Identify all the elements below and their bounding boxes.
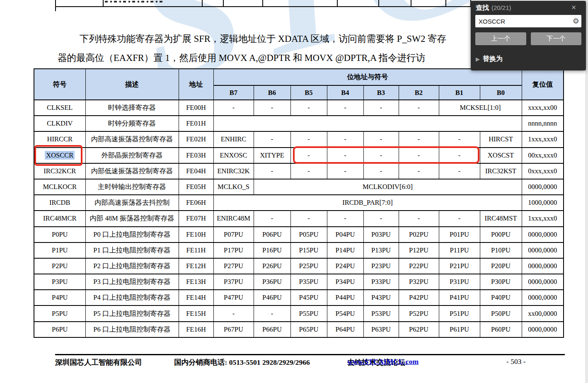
bit-cell: XITYPE	[254, 148, 290, 163]
table-row-p1pu: P1PUP1 口上拉电阻控制寄存器FE11HP17PUP16PUP15PUP14…	[34, 242, 564, 258]
table-row-p5pu: P5PUP5 口上拉电阻控制寄存器FE15H--P55PUP54PUP53PUP…	[34, 305, 564, 321]
bit-cell: -	[439, 211, 480, 226]
bit-cell: P41PU	[439, 290, 480, 305]
bit-cell: -	[399, 163, 439, 179]
bit-cell: -	[327, 100, 363, 116]
address-cell: FE14H	[179, 290, 213, 305]
bit-cell: P34PU	[327, 274, 363, 290]
bit-cell: P22PU	[399, 258, 439, 274]
find-input-wrap: ⚙	[475, 15, 581, 27]
bit-cell: P24PU	[327, 258, 363, 274]
bit-cell: P03PU	[363, 227, 399, 242]
header-symbol: 符号	[34, 69, 85, 100]
bit-cell: -	[290, 163, 327, 179]
gear-icon[interactable]: ⚙	[573, 16, 579, 26]
bit-cell: P65PU	[290, 322, 327, 337]
expand-triangle-icon[interactable]: ▶	[476, 56, 480, 62]
find-input[interactable]	[475, 15, 581, 27]
reset-cell: 0000,0000	[522, 290, 564, 305]
bit-cell: P07PU	[213, 227, 254, 242]
bit-cell: P23PU	[363, 258, 399, 274]
reset-cell: 0xxx,xxx0	[522, 163, 564, 179]
bit-cell: P32PU	[399, 274, 439, 290]
bit-cell: P37PU	[213, 274, 254, 290]
table-row-p4pu: P4PUP4 口上拉电阻控制寄存器FE14HP47PUP46PUP45PUP44…	[34, 290, 564, 305]
description-cell: P3 口上拉电阻控制寄存器	[85, 274, 179, 290]
table-row-p0pu: P0PUP0 口上拉电阻控制寄存器FE10HP07PUP06PUP05PUP04…	[34, 227, 564, 242]
table-row-p3pu: P3PUP3 口上拉电阻控制寄存器FE13HP37PUP36PUP35PUP34…	[34, 274, 564, 290]
symbol-cell: IRCDB	[34, 195, 85, 211]
bit-cell: P06PU	[254, 227, 290, 242]
bit-cell: P14PU	[327, 242, 363, 258]
symbol-cell: P2PU	[34, 258, 85, 274]
bit-cell: P64PU	[327, 322, 363, 337]
bit-cell: XOSCST	[480, 148, 522, 163]
bit-cell: P44PU	[327, 290, 363, 305]
table-border	[103, 0, 104, 7]
header-bit-b3: B3	[363, 85, 399, 100]
find-nav-buttons: 上一个 下一个	[475, 32, 581, 45]
paragraph-line-2: 器的最高位（EAXFR）置 1，然后使用 MOVX A,@DPTR 和 MOVX…	[58, 51, 425, 64]
bit-cell: -	[363, 100, 399, 116]
reset-cell: 0000,0000	[522, 322, 564, 337]
table-border-stub	[55, 0, 56, 11]
bit-cell: P01PU	[439, 227, 480, 242]
bit-cell: P25PU	[290, 258, 327, 274]
bit-cell: P33PU	[363, 274, 399, 290]
bit-cell: -	[327, 131, 363, 147]
reset-cell: 0000,0000	[522, 274, 564, 290]
bit-cell: P02PU	[399, 227, 439, 242]
header-description: 描述	[85, 69, 179, 100]
reset-cell: 0000,0000	[522, 242, 564, 258]
bit-cell: P66PU	[254, 322, 290, 337]
bit-cell: -	[439, 131, 480, 147]
search-match-highlight: XOSCCR	[45, 151, 75, 160]
previous-button[interactable]: 上一个	[475, 32, 526, 45]
bit-cell: -	[363, 131, 399, 147]
table-row-clksel: CLKSEL时钟选择寄存器FE00H------MCKSEL[1:0]xxxx,…	[34, 100, 564, 116]
bit-cell: -	[363, 163, 399, 179]
address-cell: FE00H	[179, 100, 213, 116]
description-cell: P0 口上拉电阻控制寄存器	[85, 227, 179, 242]
bit-cell: P27PU	[213, 258, 254, 274]
header-bit-b4: B4	[327, 85, 363, 100]
bit-cell: ENHIRC	[213, 131, 254, 147]
page-footer: 深圳国芯人工智能有限公司 国内分销商电话: 0513-5501 2928/292…	[0, 357, 588, 368]
symbol-cell: IRC32KCR	[34, 163, 85, 179]
reset-cell: 0000,0000	[522, 227, 564, 242]
bit-cell: P60PU	[480, 322, 522, 337]
footer-company: 深圳国芯人工智能有限公司	[55, 357, 142, 367]
close-icon[interactable]: ×	[571, 3, 576, 12]
bit-cell: P30PU	[480, 274, 522, 290]
address-cell: FE02H	[179, 131, 213, 147]
replace-row: ▶替换为	[476, 55, 503, 63]
bit-cell: P62PU	[399, 322, 439, 337]
bit-cell: -	[290, 100, 327, 116]
bit-cell: P36PU	[254, 274, 290, 290]
address-cell: FE07H	[179, 211, 213, 226]
table-row-p6pu: P6PUP6 口上拉电阻控制寄存器FE16HP67PUP66PUP65PUP64…	[34, 322, 564, 337]
find-dialog-header: 查找(20/21) ×	[476, 4, 582, 13]
table-border	[223, 0, 224, 7]
bit-cell: -	[399, 131, 439, 147]
bit-cell: P31PU	[439, 274, 480, 290]
bit-cell: P05PU	[290, 227, 327, 242]
table-row-irc32kcr: IRC32KCR内部低速振荡器控制寄存器FE04HENIRC32K------I…	[34, 163, 564, 179]
table-row-mclkocr: MCLKOCR主时钟输出控制寄存器FE05HMCLKO_SMCLKODIV[6:…	[34, 179, 564, 195]
symbol-cell: CLKDIV	[34, 116, 85, 131]
bit-cell: IRC48MST	[480, 211, 522, 226]
table-border	[262, 0, 263, 7]
bit-cell: P51PU	[439, 305, 480, 321]
bit-cell: P55PU	[290, 305, 327, 321]
bit-cell	[213, 116, 522, 131]
bit-cell: P04PU	[327, 227, 363, 242]
header-bit-b0: B0	[480, 85, 522, 100]
bit-cell: ENXOSC	[213, 148, 254, 163]
address-cell: FE12H	[179, 258, 213, 274]
footer-forum-link[interactable]: www.STCAIMCU.com	[347, 357, 419, 366]
bit-cell: P40PU	[480, 290, 522, 305]
bit-cell: -	[254, 305, 290, 321]
bit-cell: P61PU	[439, 322, 480, 337]
bit-cell: P11PU	[439, 242, 480, 258]
next-button[interactable]: 下一个	[531, 32, 582, 45]
